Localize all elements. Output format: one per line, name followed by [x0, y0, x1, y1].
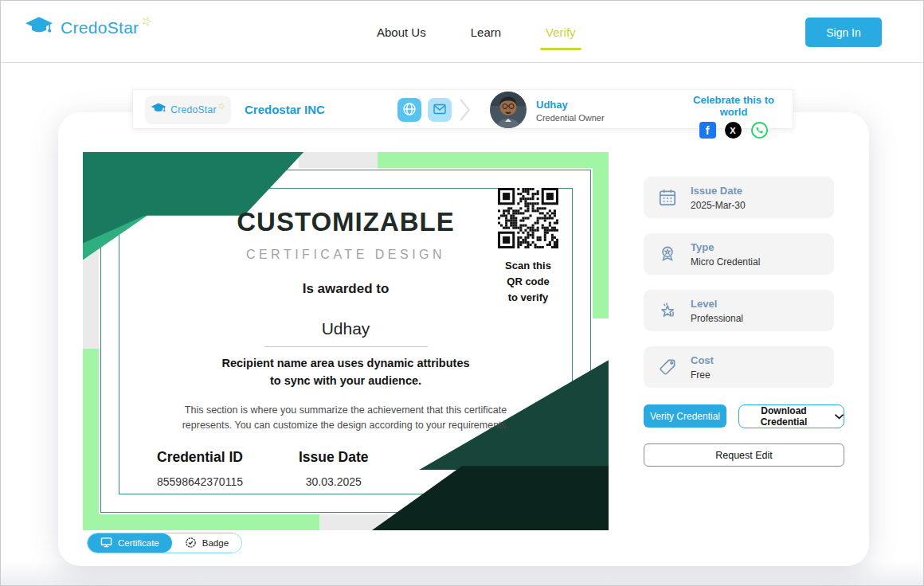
issuer-org-name[interactable]: Credostar INC: [245, 103, 325, 116]
credential-details-panel: Issue Date 2025-Mar-30 Type Micro Creden…: [644, 177, 844, 467]
actions-row: Verity Credential Download Credential: [644, 404, 844, 428]
detail-value: 2025-Mar-30: [691, 200, 746, 211]
issue-date-column: Issue Date 30.03.2025: [299, 449, 369, 488]
cert-decoration: [378, 152, 609, 168]
mail-icon: [433, 102, 447, 119]
credential-id-value: 85598642370115: [157, 475, 243, 488]
star-glyph-icon: ☆: [216, 100, 226, 111]
recipient-name: Udhay: [119, 319, 573, 338]
view-tabs: Certificate Badge: [87, 533, 242, 553]
detail-card-type: Type Micro Credential: [644, 233, 834, 275]
cert-decoration: [83, 514, 319, 530]
badge-icon: [185, 537, 197, 550]
detail-value: Micro Credential: [691, 256, 760, 268]
tab-badge[interactable]: Badge: [172, 533, 241, 553]
nav-link-learn[interactable]: Learn: [471, 25, 501, 39]
nav-link-verify[interactable]: Verify: [546, 25, 576, 39]
celebrate-label: Celebrate this to world: [678, 94, 789, 118]
owner-name[interactable]: Udhay: [536, 99, 568, 111]
cert-decoration: [299, 152, 380, 168]
certificate-preview: CUSTOMIZABLE CERTIFICATE DESIGN Is award…: [83, 152, 609, 530]
qr-block: Scan this QR code to verify: [495, 188, 562, 306]
celebrate-section: Celebrate this to world f X: [678, 94, 789, 139]
detail-value: Free: [691, 369, 714, 381]
avatar: [490, 92, 527, 128]
request-edit-button[interactable]: Request Edit: [644, 443, 844, 467]
cert-decoration: [593, 152, 609, 318]
name-underline: [264, 346, 428, 347]
qr-code: [498, 188, 558, 248]
graduation-cap-icon: [25, 15, 53, 41]
detail-label: Type: [691, 241, 760, 253]
detail-card-level: Level Professional: [644, 290, 834, 331]
owner-role: Credential Owner: [536, 113, 605, 123]
email-button[interactable]: [428, 98, 452, 122]
graduation-cap-icon: [151, 102, 166, 118]
credential-id-label: Credential ID: [157, 449, 243, 466]
chevron-down-icon: [835, 411, 844, 422]
detail-label: Level: [691, 298, 743, 310]
nav-link-about-us[interactable]: About Us: [377, 25, 426, 39]
verify-credential-button[interactable]: Verity Credential: [644, 404, 726, 428]
navbar: CredoStar ☆ About Us Learn Verify Sign I…: [1, 1, 923, 63]
nav-links: About Us Learn Verify: [377, 1, 576, 63]
detail-card-issue-date: Issue Date 2025-Mar-30: [644, 177, 834, 218]
website-button[interactable]: [397, 98, 421, 122]
qr-caption: Scan this QR code to verify: [495, 258, 562, 306]
globe-icon: [402, 102, 417, 119]
brand-logo[interactable]: CredoStar ☆: [25, 15, 153, 41]
detail-value: Professional: [691, 313, 743, 324]
cert-decoration: [83, 349, 99, 530]
brand-name: CredoStar: [170, 104, 216, 115]
calendar-icon: [657, 187, 678, 208]
issue-date-value: 30.03.2025: [299, 475, 369, 488]
star-glyph-icon: ☆: [139, 12, 155, 30]
sign-in-button[interactable]: Sign In: [805, 18, 882, 47]
tab-certificate[interactable]: Certificate: [88, 533, 172, 553]
download-credential-dropdown[interactable]: Download Credential: [738, 404, 844, 428]
tag-icon: [657, 357, 678, 377]
issue-date-label: Issue Date: [299, 449, 369, 466]
issuer-bar: CredoStar ☆ Credostar INC: [132, 89, 793, 129]
detail-card-cost: Cost Free: [644, 346, 834, 388]
whatsapp-icon[interactable]: [750, 121, 769, 139]
certificate-icon: [100, 537, 112, 550]
facebook-icon[interactable]: f: [699, 122, 716, 139]
certificate-tagline: Recipient name area uses dynamic attribu…: [119, 355, 573, 390]
medal-icon: [657, 244, 678, 264]
credential-id-column: Credential ID 85598642370115: [157, 449, 243, 488]
x-twitter-icon[interactable]: X: [725, 122, 742, 139]
certificate-content: CUSTOMIZABLE CERTIFICATE DESIGN Is award…: [119, 188, 573, 494]
brand-name: CredoStar: [61, 18, 139, 37]
chevron-right-icon: [460, 98, 471, 125]
credential-card: CUSTOMIZABLE CERTIFICATE DESIGN Is award…: [58, 112, 869, 566]
star-icon: [657, 300, 678, 321]
certificate-meta-row: Credential ID 85598642370115 Issue Date …: [119, 449, 573, 488]
cert-decoration: [83, 251, 99, 351]
org-logo-chip: CredoStar ☆: [145, 96, 231, 124]
detail-label: Cost: [691, 354, 714, 366]
detail-label: Issue Date: [691, 185, 746, 197]
certificate-description: This section is where you summarize the …: [119, 403, 573, 434]
social-row: f X: [678, 121, 789, 139]
